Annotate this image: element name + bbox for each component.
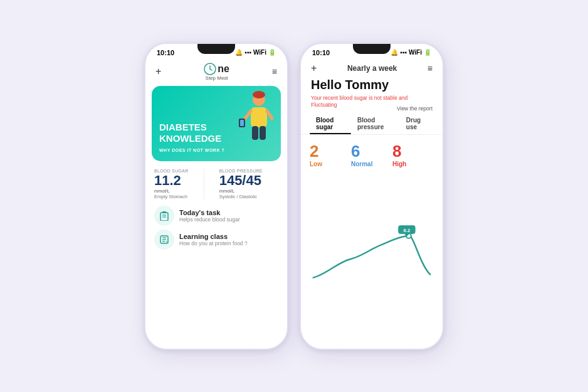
metric-normal-block: 6 Normal: [351, 142, 392, 167]
svg-point-4: [253, 91, 265, 98]
task1-sub: Helps reduce blood sugar: [179, 216, 240, 223]
bell-icon-2: 🔔: [391, 49, 398, 56]
blood-pressure-value: 145/45: [219, 173, 263, 188]
status-icons-1: 🔔 ▪▪▪ WiFi 🔋: [235, 49, 276, 56]
tab-blood-sugar[interactable]: Blood sugar: [310, 114, 351, 134]
divider: [204, 169, 204, 199]
metric-low-block: 2 Low: [310, 142, 351, 167]
battery-icon: 🔋: [268, 49, 276, 56]
wifi-icon-2: WiFi: [409, 49, 422, 56]
add-button-2[interactable]: +: [311, 63, 317, 74]
notch-1: [197, 44, 235, 54]
blood-pressure-unit: mmol/L: [219, 188, 263, 194]
metric-high-num: 8: [392, 142, 401, 161]
logo-sub: Step Medi: [206, 75, 228, 81]
menu-button-2[interactable]: ≡: [428, 63, 433, 73]
svg-rect-13: [162, 211, 166, 213]
greeting: Hello Tommy: [301, 75, 443, 93]
book-icon: [159, 235, 169, 245]
period-label: Nearly a week: [347, 64, 397, 73]
metric-normal-label: Normal: [351, 161, 372, 167]
blood-pressure-desc: Systolic / Diastolic: [219, 194, 263, 199]
metrics-row: BLOOD SUGAR 11.2 mmol/L Empty Stomach Bl…: [145, 164, 287, 202]
task1-title: Today's task: [179, 209, 240, 216]
phone1-header: + ne Step Medi ≡: [145, 59, 287, 83]
task2-title: Learning class: [179, 233, 248, 240]
banner-figure: [237, 90, 275, 152]
svg-rect-5: [251, 107, 267, 127]
metric-normal-num: 6: [351, 142, 360, 161]
task-item-1[interactable]: Today's task Helps reduce blood sugar: [154, 206, 278, 226]
status-time-1: 10:10: [157, 49, 174, 56]
status-icons-2: 🔔 ▪▪▪ WiFi 🔋: [391, 49, 431, 56]
svg-line-2: [210, 69, 212, 70]
menu-button-1[interactable]: ≡: [272, 66, 277, 77]
clipboard-icon: [159, 211, 169, 221]
svg-rect-9: [240, 120, 244, 126]
logo-text: ne: [218, 63, 229, 75]
blood-sugar-block: BLOOD SUGAR 11.2 mmol/L Empty Stomach: [154, 169, 189, 199]
blood-sugar-desc: Empty Stomach: [154, 194, 189, 199]
task-icon-1: [154, 206, 174, 226]
add-button-1[interactable]: +: [155, 66, 161, 77]
status-time-2: 10:10: [312, 49, 330, 56]
banner: DIABETES KNOWLEDGE WHY DOES IT NOT WORK …: [152, 86, 281, 161]
metric-high-block: 8 High: [392, 142, 434, 167]
blood-sugar-chart: 8.2: [307, 170, 436, 342]
svg-text:8.2: 8.2: [403, 228, 411, 233]
tab-drug-use[interactable]: Drug use: [400, 114, 434, 134]
phone-1: 10:10 🔔 ▪▪▪ WiFi 🔋 + ne St: [144, 43, 288, 350]
svg-rect-11: [260, 126, 266, 140]
logo-clock-icon: [204, 63, 216, 75]
signal-icon: ▪▪▪: [244, 49, 251, 56]
signal-icon-2: ▪▪▪: [400, 49, 407, 56]
metric-high-label: High: [392, 161, 406, 167]
battery-icon-2: 🔋: [424, 49, 431, 56]
view-report-link[interactable]: View the report: [301, 105, 443, 112]
metric-low-num: 2: [310, 142, 318, 161]
blood-sugar-unit: mmol/L: [154, 188, 189, 194]
phones-container: 10:10 🔔 ▪▪▪ WiFi 🔋 + ne St: [144, 43, 444, 350]
task-list: Today's task Helps reduce blood sugar Le…: [145, 202, 287, 253]
tab-blood-pressure[interactable]: Blood pressure: [351, 114, 400, 134]
task-icon-2: [154, 230, 174, 250]
wifi-icon: WiFi: [253, 49, 266, 56]
chart-area: 8.2: [301, 170, 443, 349]
blood-pressure-block: Blood pressure 145/45 mmol/L Systolic / …: [219, 169, 263, 199]
task2-sub: How do you at protein food ?: [179, 240, 248, 246]
tabs-row: Blood sugar Blood pressure Drug use: [301, 114, 443, 135]
svg-line-7: [267, 111, 272, 119]
svg-rect-10: [252, 126, 258, 140]
metric-low-label: Low: [310, 161, 322, 167]
phone2-header: + Nearly a week ≡: [301, 59, 443, 75]
bell-icon: 🔔: [235, 49, 243, 56]
notch-2: [353, 44, 391, 54]
logo-area: ne Step Medi: [204, 63, 229, 81]
blood-sugar-value: 11.2: [154, 173, 189, 188]
metrics3-row: 2 Low 6 Normal 8 High: [301, 139, 443, 170]
task-item-2[interactable]: Learning class How do you at protein foo…: [154, 230, 278, 250]
phone-2: 10:10 🔔 ▪▪▪ WiFi 🔋 + Nearly a week ≡ Hel…: [300, 43, 444, 350]
